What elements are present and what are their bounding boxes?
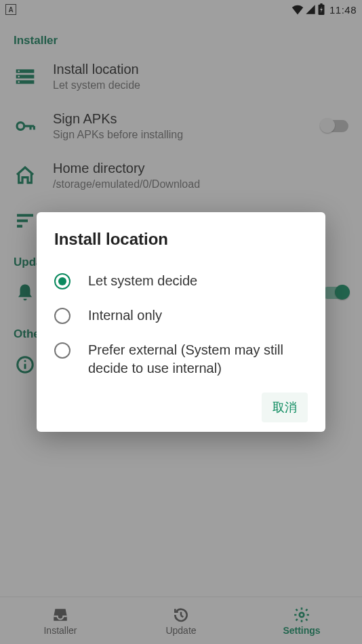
radio-label: Internal only bbox=[88, 306, 162, 325]
radio-icon bbox=[54, 342, 71, 359]
radio-option-prefer-external[interactable]: Prefer external (System may still decide… bbox=[54, 333, 308, 386]
radio-label: Let system decide bbox=[88, 272, 197, 290]
radio-icon bbox=[54, 273, 71, 289]
radio-option-internal-only[interactable]: Internal only bbox=[54, 298, 308, 333]
radio-label: Prefer external (System may still decide… bbox=[88, 341, 308, 378]
install-location-dialog: Install location Let system decide Inter… bbox=[37, 212, 325, 432]
cancel-button[interactable]: 取消 bbox=[262, 393, 308, 422]
radio-option-system-decide[interactable]: Let system decide bbox=[54, 264, 308, 298]
dialog-title: Install location bbox=[54, 230, 308, 249]
radio-icon bbox=[54, 308, 71, 324]
dialog-scrim[interactable]: Install location Let system decide Inter… bbox=[0, 0, 362, 644]
